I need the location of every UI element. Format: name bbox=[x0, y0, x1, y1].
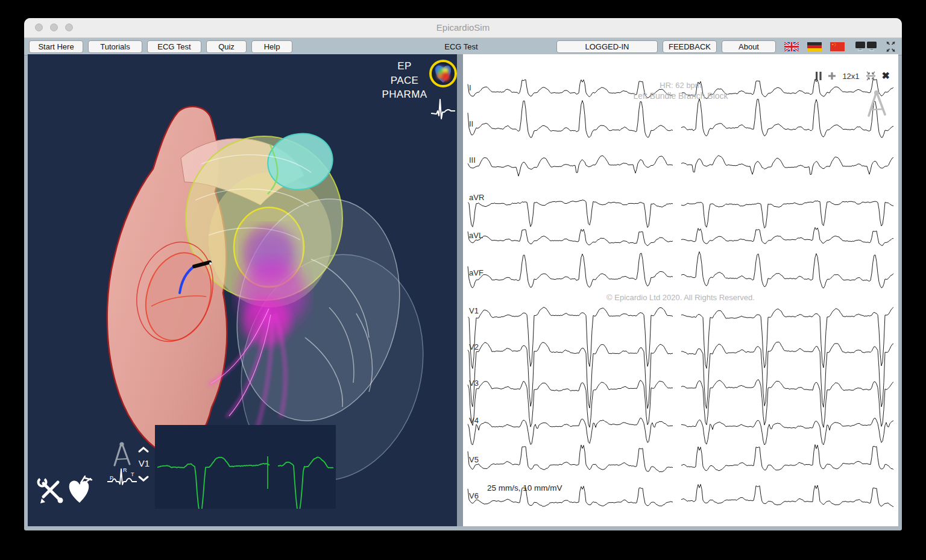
lead-up-button[interactable] bbox=[137, 446, 150, 453]
uk-flag-icon[interactable] bbox=[784, 42, 799, 51]
ecg-12lead-panel: IIIIIIaVRaVLaVFV1V2V3V4V5V6 HR: 62 bpm L… bbox=[463, 54, 898, 526]
ecg-caliper-icon[interactable] bbox=[865, 88, 889, 119]
compress-view-button[interactable] bbox=[866, 71, 876, 81]
layout-label: 12x1 bbox=[842, 72, 859, 81]
heart-3d-panel: EP PACE PHARMA bbox=[28, 54, 457, 526]
caliper-icon[interactable] bbox=[111, 440, 133, 468]
pqrst-icon[interactable]: P R T bbox=[106, 465, 139, 487]
close-ecg-button[interactable]: ✖ bbox=[882, 71, 890, 81]
app-window: EpicardioSim Start Here Tutorials ECG Te… bbox=[24, 18, 902, 530]
lead-down-button[interactable] bbox=[137, 475, 150, 482]
ecg-traces bbox=[463, 54, 898, 526]
zoom-in-button[interactable] bbox=[828, 72, 836, 80]
title-bar: EpicardioSim bbox=[24, 18, 902, 38]
mini-trace-lead-label: V1 bbox=[135, 458, 153, 468]
feedback-button[interactable]: FEEDBACK bbox=[663, 40, 717, 53]
current-mode-label: ECG Test bbox=[444, 42, 477, 51]
fullscreen-icon[interactable] bbox=[886, 42, 896, 52]
heart-view-button[interactable] bbox=[429, 60, 457, 87]
help-button[interactable]: Help bbox=[251, 40, 292, 53]
ecg-test-button[interactable]: ECG Test bbox=[147, 40, 201, 53]
ecg-view-icon[interactable] bbox=[430, 94, 456, 122]
china-flag-icon[interactable] bbox=[830, 42, 845, 51]
heart-rate-text: HR: 62 bpm bbox=[463, 81, 898, 90]
pause-button[interactable] bbox=[816, 72, 822, 80]
logged-in-button[interactable]: LOGGED-IN bbox=[556, 40, 658, 53]
dual-screen-icon[interactable] bbox=[855, 42, 877, 52]
svg-text:R: R bbox=[123, 467, 127, 473]
window-title: EpicardioSim bbox=[24, 22, 902, 33]
ecg-controls: 12x1 ✖ bbox=[816, 71, 890, 81]
scale-text: 25 mm/s, 10 mm/mV bbox=[487, 483, 562, 492]
heart-tool-icon[interactable] bbox=[66, 475, 94, 505]
quiz-button[interactable]: Quiz bbox=[206, 40, 247, 53]
copyright-text: © Epicardio Ltd 2020. All Rights Reserve… bbox=[463, 293, 898, 302]
tutorials-button[interactable]: Tutorials bbox=[88, 40, 142, 53]
rainbow-heart-icon bbox=[432, 62, 455, 85]
germany-flag-icon[interactable] bbox=[807, 42, 822, 51]
panel-divider[interactable] bbox=[457, 54, 463, 526]
start-here-button[interactable]: Start Here bbox=[29, 40, 83, 53]
about-button[interactable]: About bbox=[722, 40, 776, 53]
svg-text:T: T bbox=[131, 471, 134, 477]
diagnosis-text: Left Bundle Branch Block bbox=[463, 91, 898, 101]
tools-icon[interactable] bbox=[36, 476, 65, 505]
main-toolbar: Start Here Tutorials ECG Test Quiz Help … bbox=[24, 38, 902, 55]
mini-trace-panel bbox=[155, 425, 336, 509]
svg-text:P: P bbox=[110, 475, 113, 481]
